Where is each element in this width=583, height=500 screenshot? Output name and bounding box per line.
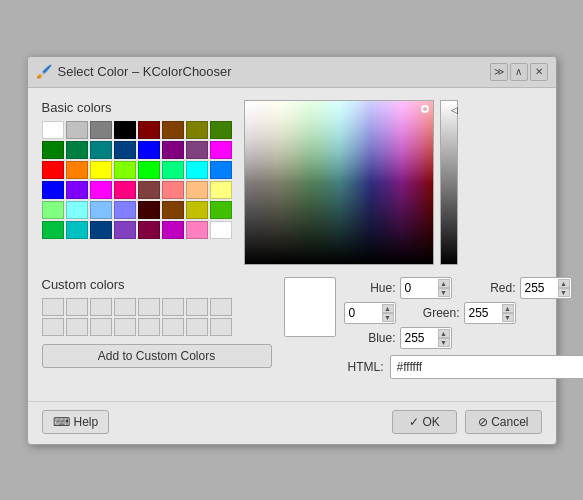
basic-color-cell[interactable]: [138, 221, 160, 239]
basic-color-cell[interactable]: [186, 141, 208, 159]
basic-color-cell[interactable]: [210, 161, 232, 179]
cancel-button[interactable]: ⊘ Cancel: [465, 410, 542, 434]
sat-spin-up[interactable]: ▲: [382, 304, 394, 313]
basic-color-cell[interactable]: [90, 141, 112, 159]
custom-color-cell[interactable]: [186, 318, 208, 336]
help-button[interactable]: ⌨ Help: [42, 410, 110, 434]
basic-color-cell[interactable]: [114, 201, 136, 219]
custom-color-cell[interactable]: [210, 318, 232, 336]
titlebar-maximize-btn[interactable]: ∧: [510, 63, 528, 81]
custom-color-cell[interactable]: [138, 298, 160, 316]
basic-color-cell[interactable]: [90, 181, 112, 199]
titlebar-close-btn[interactable]: ✕: [530, 63, 548, 81]
sat-input[interactable]: [349, 306, 385, 320]
help-label: Help: [74, 415, 99, 429]
custom-colors-panel: Custom colors Add to Custom Colors: [42, 277, 272, 379]
basic-color-cell[interactable]: [114, 181, 136, 199]
basic-color-cell[interactable]: [186, 181, 208, 199]
basic-color-cell[interactable]: [162, 161, 184, 179]
basic-color-cell[interactable]: [42, 161, 64, 179]
custom-color-cell[interactable]: [138, 318, 160, 336]
green-input-wrapper[interactable]: ▲ ▼: [464, 302, 516, 324]
color-preview: [284, 277, 336, 337]
custom-color-cell[interactable]: [114, 318, 136, 336]
basic-color-cell[interactable]: [66, 221, 88, 239]
blue-input-wrapper[interactable]: ▲ ▼: [400, 327, 452, 349]
basic-color-cell[interactable]: [42, 121, 64, 139]
red-spin: ▲ ▼: [558, 278, 570, 298]
basic-color-cell[interactable]: [210, 201, 232, 219]
html-input[interactable]: [390, 355, 584, 379]
basic-color-cell[interactable]: [138, 181, 160, 199]
basic-color-cell[interactable]: [42, 221, 64, 239]
basic-color-cell[interactable]: [114, 161, 136, 179]
basic-color-cell[interactable]: [162, 141, 184, 159]
basic-color-cell[interactable]: [66, 181, 88, 199]
custom-color-cell[interactable]: [162, 298, 184, 316]
sat-spin-down[interactable]: ▼: [382, 313, 394, 322]
custom-color-cell[interactable]: [42, 298, 64, 316]
basic-color-cell[interactable]: [90, 121, 112, 139]
basic-color-cell[interactable]: [66, 141, 88, 159]
basic-color-cell[interactable]: [186, 201, 208, 219]
basic-color-cell[interactable]: [162, 181, 184, 199]
footer: ⌨ Help ✓ OK ⊘ Cancel: [28, 401, 556, 444]
basic-color-cell[interactable]: [114, 141, 136, 159]
blue-spin-up[interactable]: ▲: [438, 329, 450, 338]
custom-color-cell[interactable]: [66, 298, 88, 316]
basic-color-cell[interactable]: [210, 141, 232, 159]
basic-color-cell[interactable]: [186, 221, 208, 239]
basic-color-cell[interactable]: [138, 141, 160, 159]
basic-color-cell[interactable]: [66, 201, 88, 219]
basic-color-cell[interactable]: [186, 161, 208, 179]
hue-slider[interactable]: ◁: [440, 100, 458, 265]
basic-color-cell[interactable]: [66, 161, 88, 179]
basic-color-cell[interactable]: [210, 181, 232, 199]
basic-color-cell[interactable]: [90, 201, 112, 219]
custom-color-cell[interactable]: [42, 318, 64, 336]
hue-input-wrapper[interactable]: ▲ ▼: [400, 277, 452, 299]
basic-color-cell[interactable]: [42, 141, 64, 159]
basic-color-cell[interactable]: [42, 181, 64, 199]
basic-color-cell[interactable]: [138, 121, 160, 139]
green-input[interactable]: [469, 306, 505, 320]
basic-color-cell[interactable]: [138, 161, 160, 179]
red-spin-up[interactable]: ▲: [558, 279, 570, 288]
blue-spin-down[interactable]: ▼: [438, 338, 450, 347]
basic-color-cell[interactable]: [210, 221, 232, 239]
basic-color-cell[interactable]: [138, 201, 160, 219]
green-spin-down[interactable]: ▼: [502, 313, 514, 322]
custom-color-cell[interactable]: [90, 318, 112, 336]
sat-input-wrapper[interactable]: ▲ ▼: [344, 302, 396, 324]
basic-color-cell[interactable]: [162, 201, 184, 219]
color-picker-canvas[interactable]: [244, 100, 434, 265]
blue-input[interactable]: [405, 331, 441, 345]
custom-color-cell[interactable]: [114, 298, 136, 316]
basic-color-cell[interactable]: [90, 221, 112, 239]
sat-spin: ▲ ▼: [382, 303, 394, 323]
custom-color-cell[interactable]: [210, 298, 232, 316]
hue-input[interactable]: [405, 281, 441, 295]
red-spin-down[interactable]: ▼: [558, 288, 570, 297]
custom-color-cell[interactable]: [66, 318, 88, 336]
basic-color-cell[interactable]: [186, 121, 208, 139]
red-input-wrapper[interactable]: ▲ ▼: [520, 277, 572, 299]
basic-color-cell[interactable]: [42, 201, 64, 219]
basic-color-cell[interactable]: [114, 221, 136, 239]
titlebar-minimize-btn[interactable]: ≫: [490, 63, 508, 81]
basic-color-cell[interactable]: [90, 161, 112, 179]
red-input[interactable]: [525, 281, 561, 295]
basic-color-cell[interactable]: [162, 121, 184, 139]
custom-color-cell[interactable]: [162, 318, 184, 336]
hue-spin-down[interactable]: ▼: [438, 288, 450, 297]
custom-color-cell[interactable]: [186, 298, 208, 316]
green-spin-up[interactable]: ▲: [502, 304, 514, 313]
basic-color-cell[interactable]: [210, 121, 232, 139]
basic-color-cell[interactable]: [114, 121, 136, 139]
custom-color-cell[interactable]: [90, 298, 112, 316]
ok-button[interactable]: ✓ OK: [392, 410, 457, 434]
basic-color-cell[interactable]: [162, 221, 184, 239]
basic-color-cell[interactable]: [66, 121, 88, 139]
add-custom-colors-button[interactable]: Add to Custom Colors: [42, 344, 272, 368]
hue-spin-up[interactable]: ▲: [438, 279, 450, 288]
